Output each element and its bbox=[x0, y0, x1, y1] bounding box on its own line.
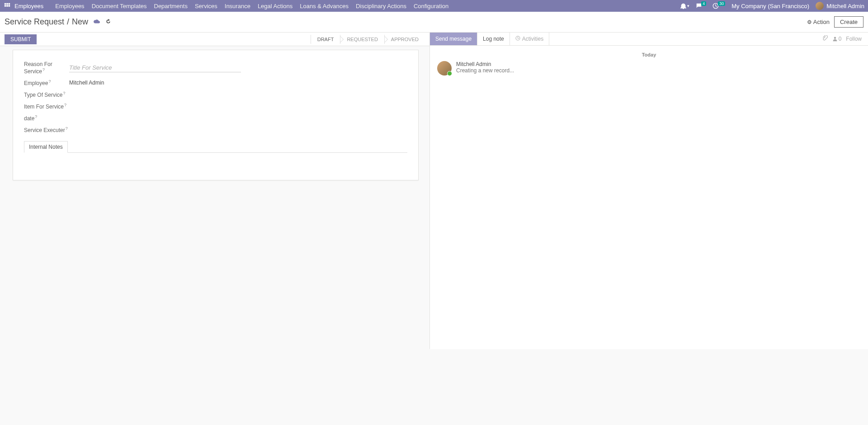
svg-rect-0 bbox=[5, 3, 6, 5]
label-type: Type Of Service? bbox=[24, 91, 69, 98]
step-draft[interactable]: DRAFT bbox=[311, 35, 340, 44]
message-text: Creating a new record... bbox=[456, 67, 514, 74]
help-icon[interactable]: ? bbox=[35, 114, 37, 119]
label-executer: Service Executer? bbox=[24, 126, 69, 133]
gear-icon: ⚙ bbox=[807, 19, 812, 25]
company-selector[interactable]: My Company (San Francisco) bbox=[731, 3, 809, 9]
nav-insurance[interactable]: Insurance bbox=[221, 3, 254, 9]
breadcrumb-parent[interactable]: Service Request bbox=[5, 17, 64, 27]
svg-rect-1 bbox=[6, 3, 8, 5]
help-icon[interactable]: ? bbox=[63, 91, 65, 95]
action-dropdown[interactable]: ⚙ Action bbox=[807, 19, 830, 25]
nav-disciplinary[interactable]: Disciplinary Actions bbox=[352, 3, 410, 9]
breadcrumb-separator: / bbox=[67, 17, 69, 27]
help-icon[interactable]: ? bbox=[64, 103, 66, 107]
message-author[interactable]: Mitchell Admin bbox=[456, 61, 514, 67]
chatter-message: Mitchell Admin Creating a new record... bbox=[437, 61, 861, 76]
help-icon[interactable]: ? bbox=[66, 126, 68, 131]
help-icon[interactable]: ? bbox=[42, 67, 45, 72]
avatar-icon bbox=[437, 61, 452, 76]
submit-button[interactable]: SUBMIT bbox=[5, 34, 37, 44]
svg-rect-2 bbox=[9, 3, 10, 5]
user-menu[interactable]: Mitchell Admin bbox=[816, 2, 864, 10]
nav-loans-advances[interactable]: Loans & Advances bbox=[296, 3, 352, 9]
chatter: Send message Log note Activities 0 Follo… bbox=[429, 33, 868, 349]
label-date: date? bbox=[24, 114, 69, 122]
form-sheet: Reason For Service? Employee? Mitchell A… bbox=[13, 50, 419, 180]
discard-icon[interactable] bbox=[105, 19, 111, 26]
send-message-button[interactable]: Send message bbox=[430, 33, 477, 45]
svg-rect-5 bbox=[9, 5, 10, 7]
avatar-icon bbox=[816, 2, 824, 10]
nav-services[interactable]: Services bbox=[191, 3, 221, 9]
activities-icon[interactable]: 30 bbox=[712, 3, 725, 9]
breadcrumb-current: New bbox=[72, 17, 88, 27]
label-item: Item For Service? bbox=[24, 103, 69, 110]
app-name[interactable]: Employees bbox=[14, 3, 43, 9]
log-note-button[interactable]: Log note bbox=[477, 33, 510, 45]
top-navbar: Employees Employees Document Templates D… bbox=[0, 0, 868, 12]
chatter-date-separator: Today bbox=[437, 52, 861, 57]
attachment-icon[interactable] bbox=[822, 35, 828, 42]
svg-rect-4 bbox=[6, 5, 8, 7]
employee-value[interactable]: Mitchell Admin bbox=[69, 80, 104, 86]
svg-point-8 bbox=[834, 37, 836, 39]
activities-badge: 30 bbox=[718, 1, 725, 6]
nav-legal-actions[interactable]: Legal Actions bbox=[254, 3, 296, 9]
nav-employees[interactable]: Employees bbox=[52, 3, 88, 9]
notifications-icon[interactable]: ▾ bbox=[680, 3, 689, 9]
statusbar: SUBMIT DRAFT REQUESTED APPROVED bbox=[0, 33, 429, 46]
create-button[interactable]: Create bbox=[834, 16, 863, 28]
reason-input[interactable] bbox=[69, 63, 241, 72]
user-name: Mitchell Admin bbox=[826, 3, 864, 9]
activities-button[interactable]: Activities bbox=[510, 33, 549, 45]
label-reason: Reason For Service? bbox=[24, 61, 69, 75]
label-employee: Employee? bbox=[24, 79, 69, 86]
help-icon[interactable]: ? bbox=[48, 79, 51, 84]
messages-icon[interactable]: 4 bbox=[696, 3, 706, 9]
control-panel: Service Request / New ⚙ Action Create bbox=[0, 12, 868, 33]
follow-button[interactable]: Follow bbox=[846, 36, 862, 42]
clock-icon bbox=[515, 36, 520, 42]
cloud-unsaved-icon[interactable] bbox=[94, 18, 100, 26]
step-approved[interactable]: APPROVED bbox=[384, 35, 425, 44]
breadcrumb: Service Request / New bbox=[5, 17, 111, 27]
nav-document-templates[interactable]: Document Templates bbox=[88, 3, 151, 9]
action-label: Action bbox=[813, 19, 830, 25]
messages-badge: 4 bbox=[701, 1, 706, 6]
step-requested[interactable]: REQUESTED bbox=[340, 35, 384, 44]
svg-rect-3 bbox=[5, 5, 6, 7]
status-steps: DRAFT REQUESTED APPROVED bbox=[311, 35, 425, 44]
tabs: Internal Notes bbox=[24, 141, 407, 153]
apps-icon[interactable] bbox=[4, 2, 11, 9]
followers-count[interactable]: 0 bbox=[832, 36, 842, 42]
tab-internal-notes[interactable]: Internal Notes bbox=[24, 141, 68, 153]
nav-configuration[interactable]: Configuration bbox=[410, 3, 452, 9]
nav-departments[interactable]: Departments bbox=[151, 3, 191, 9]
chatter-topbar: Send message Log note Activities 0 Follo… bbox=[430, 33, 868, 46]
